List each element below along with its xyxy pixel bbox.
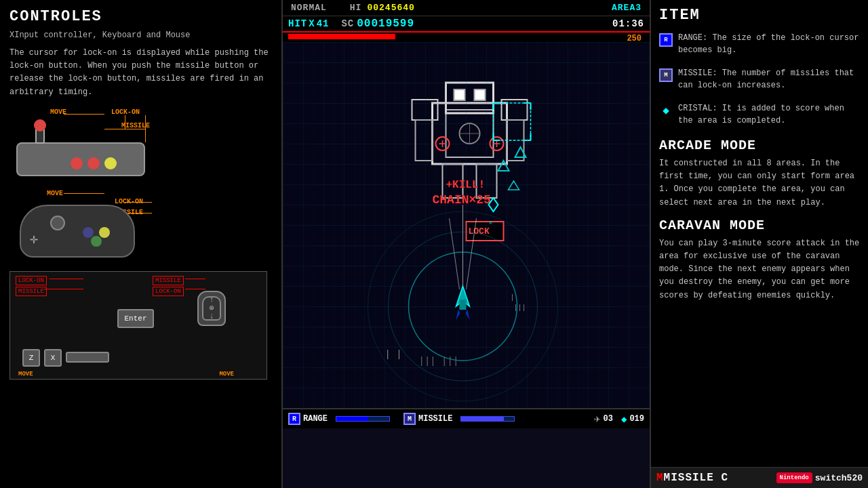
- range-label: RANGE: [303, 414, 328, 424]
- game-panel: NORMAL HI 00245640 AREA3 HIT X 41 SC 000…: [281, 0, 651, 488]
- hit-label: HIT: [288, 18, 307, 29]
- game-subheader: HIT X 41 SC 00019599 01:36: [283, 16, 650, 33]
- hit-count: 41: [317, 18, 330, 29]
- move-label-arcade: MOVE: [50, 108, 66, 116]
- ship-icon: ✈: [594, 412, 601, 426]
- hud-lives: ✈ 03: [594, 412, 613, 426]
- caravan-mode-desc: You can play 3-minute score attack in th…: [659, 237, 860, 302]
- hud-missile: M MISSILE: [403, 413, 452, 425]
- ship-count: 03: [604, 414, 613, 424]
- move-label-kb-right: MOVE: [219, 371, 234, 378]
- game-header: NORMAL HI 00245640 AREA3: [283, 0, 650, 16]
- range-bar: [336, 416, 390, 422]
- range-bar-fill: [336, 417, 368, 421]
- move-label-gamepad: MOVE: [47, 190, 63, 197]
- z-key[interactable]: Z: [22, 349, 40, 367]
- game-logo: MMISSILE C: [656, 472, 728, 484]
- arcade-mode-title: ARCADE MODE: [659, 138, 860, 153]
- right-panel: ITEM R RANGE: The size of the lock-on cu…: [651, 0, 868, 488]
- range-item-icon: R: [659, 33, 673, 47]
- energy-bar: [288, 34, 395, 39]
- item-missile: M MISSILE: The number of missiles that c…: [659, 67, 860, 92]
- missile-icon: M: [403, 413, 416, 425]
- controls-subtitle: XInput controller, Keyboard and Mouse: [9, 30, 272, 40]
- diamond-count: 019: [629, 414, 644, 424]
- hit-x: X: [309, 18, 315, 29]
- diamond-icon: ◆: [621, 413, 627, 425]
- lockon-label-arcade: LOCK-ON: [111, 108, 140, 116]
- crystal-item-icon: ◆: [659, 104, 673, 117]
- controls-desc: The cursor for lock-on is displayed whil…: [9, 47, 272, 99]
- range-icon: R: [288, 413, 300, 425]
- range-item-text: RANGE: The size of the lock-on cursor be…: [678, 32, 860, 56]
- score: 00019599: [357, 18, 414, 30]
- game-hud: R RANGE M MISSILE ✈ 03 ◆ 019: [283, 408, 650, 428]
- x-key[interactable]: X: [44, 349, 62, 367]
- arcade-mode-desc: It constructed in all 8 areas. In the fi…: [659, 157, 860, 209]
- missile-bar-fill: [461, 417, 503, 421]
- platform-label: switch520: [815, 473, 863, 483]
- item-range: R RANGE: The size of the lock-on cursor …: [659, 32, 860, 56]
- missile-bar: [460, 416, 515, 422]
- sc-label: SC: [341, 18, 354, 29]
- item-crystal: ◆ CRISTAL: It is added to score when the…: [659, 102, 860, 127]
- mode-label: NORMAL: [291, 3, 327, 13]
- left-panel: CONTROLES XInput controller, Keyboard an…: [0, 0, 281, 488]
- missile-item-icon: M: [659, 68, 673, 82]
- hi-score: 00245640: [367, 3, 414, 13]
- game-area: +KILL! CHAIN×25 LOCK ×: [283, 42, 650, 408]
- missile-label: MISSILE: [418, 414, 452, 424]
- missile-item-text: MISSILE: The number of missiles that can…: [678, 67, 860, 92]
- item-title: ITEM: [659, 7, 860, 24]
- caravan-mode-title: CARAVAN MODE: [659, 218, 860, 233]
- nintendo-badge: Nintendo: [776, 472, 812, 483]
- enter-key[interactable]: Enter: [117, 309, 154, 328]
- grid-background: [283, 42, 650, 408]
- energy-bar-wrap: 250: [283, 33, 650, 42]
- hud-range: R RANGE: [288, 413, 328, 425]
- area-label: AREA3: [612, 3, 642, 13]
- crystal-item-text: CRISTAL: It is added to score when the a…: [678, 102, 860, 127]
- move-label-kb-left: MOVE: [18, 371, 33, 378]
- timer: 01:36: [612, 18, 644, 29]
- hi-label: HI: [350, 3, 362, 13]
- hud-crystals: ◆ 019: [621, 413, 644, 425]
- controls-title: CONTROLES: [9, 8, 272, 25]
